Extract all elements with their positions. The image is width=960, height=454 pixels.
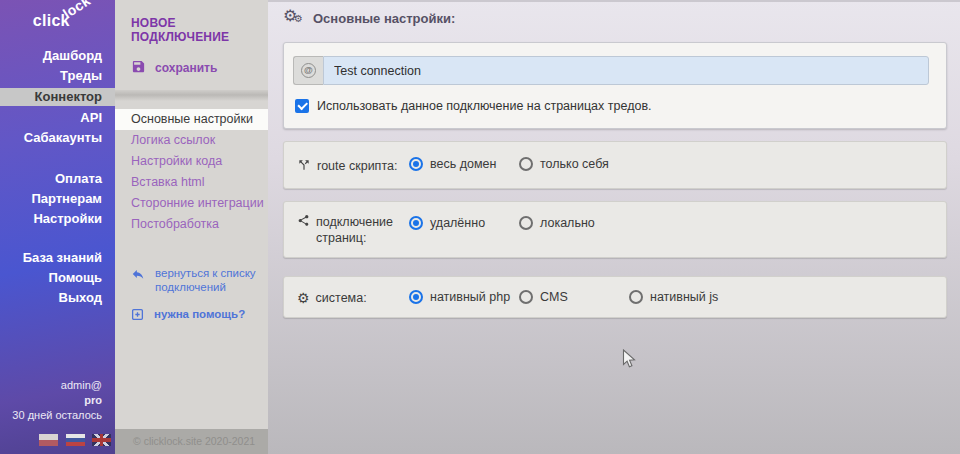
save-button-label: сохранить — [155, 61, 217, 75]
radio-remote[interactable]: удалённо — [409, 216, 485, 230]
submenu-item-integrations[interactable]: Сторонние интеграции — [115, 193, 268, 214]
top-edge-line — [268, 0, 960, 2]
route-script-label: route скрипта: — [297, 158, 405, 176]
page-title-row: ⚙ ⚙ Основные настройки: — [283, 9, 455, 27]
submenu-title: НОВОЕ ПОДКЛЮЧЕНИЕ — [115, 0, 268, 44]
page-title: Основные настройки: — [313, 11, 455, 26]
account-days-left: 30 дней осталось — [12, 408, 102, 423]
app-logo: clicklock — [33, 12, 99, 30]
radio-native-php[interactable]: нативный php — [409, 290, 510, 304]
sidebar-nav: Дашборд Треды Коннектор API Сабакаунты О… — [0, 46, 115, 308]
app-window: clicklock Дашборд Треды Коннектор API Са… — [0, 0, 960, 454]
sidebar-item-threads[interactable]: Треды — [0, 66, 115, 86]
sidebar-item-dashboard[interactable]: Дашборд — [0, 46, 115, 66]
share-icon — [297, 214, 310, 231]
sidebar-item-logout[interactable]: Выход — [0, 288, 115, 308]
account-plan: pro — [12, 393, 102, 408]
connection-name-input[interactable] — [323, 56, 929, 85]
need-help-link[interactable]: нужна помощь? — [131, 307, 257, 324]
connection-submenu: НОВОЕ ПОДКЛЮЧЕНИЕ сохранить Основные нас… — [115, 0, 268, 454]
page-connection-panel: подключение страниц: удалённо локально — [283, 201, 947, 258]
system-label: ⚙ система: — [297, 290, 405, 306]
help-plus-icon — [131, 307, 144, 324]
sidebar-item-settings[interactable]: Настройки — [0, 209, 115, 229]
connection-panel: @ Использовать данное подключение на стр… — [283, 42, 947, 129]
account-info: admin@ pro 30 дней осталось — [12, 378, 102, 423]
radio-selected-icon — [409, 157, 423, 171]
main-content: ⚙ ⚙ Основные настройки: @ Использовать д… — [268, 0, 960, 454]
sidebar-item-partners[interactable]: Партнерам — [0, 189, 115, 209]
radio-unselected-icon — [519, 290, 533, 304]
system-panel: ⚙ система: нативный php CMS нативный js — [283, 276, 947, 318]
settings-gears-icon: ⚙ ⚙ — [283, 9, 303, 27]
submenu-item-html-insert[interactable]: Вставка html — [115, 172, 268, 193]
sidebar-item-knowledge-base[interactable]: База знаний — [0, 248, 115, 268]
page-connection-label: подключение страниц: — [297, 214, 405, 246]
copyright-footer: © clicklock.site 2020-2021 — [115, 429, 268, 454]
mouse-cursor-icon — [622, 349, 637, 374]
radio-only-self[interactable]: только себя — [519, 157, 609, 171]
account-email: admin@ — [12, 378, 102, 393]
gear-icon: ⚙ — [297, 290, 310, 306]
route-script-panel: route скрипта: весь домен только себя — [283, 141, 947, 189]
at-addon: @ — [293, 56, 323, 85]
poland-flag-icon[interactable] — [39, 434, 58, 446]
sidebar-item-subaccounts[interactable]: Сабакаунты — [0, 128, 115, 148]
language-switcher — [36, 430, 111, 448]
sidebar-item-help[interactable]: Помощь — [0, 268, 115, 288]
sidebar-item-payment[interactable]: Оплата — [0, 169, 115, 189]
submenu-item-link-logic[interactable]: Логика ссылок — [115, 130, 268, 151]
call-split-icon — [297, 158, 311, 176]
sidebar-item-api[interactable]: API — [0, 108, 115, 128]
radio-native-js[interactable]: нативный js — [629, 290, 718, 304]
radio-whole-domain[interactable]: весь домен — [409, 157, 496, 171]
save-floppy-icon — [131, 59, 146, 77]
checkbox-checked-icon[interactable] — [295, 99, 309, 113]
submenu-item-basic-settings[interactable]: Основные настройки — [115, 109, 268, 130]
save-button[interactable]: сохранить — [131, 59, 268, 77]
radio-cms[interactable]: CMS — [519, 290, 568, 304]
back-link-label: вернуться к списку подключений — [155, 266, 257, 294]
radio-unselected-icon — [519, 216, 533, 230]
connection-name-group: @ — [293, 56, 929, 85]
submenu-item-postprocessing[interactable]: Постобработка — [115, 214, 268, 235]
radio-unselected-icon — [519, 157, 533, 171]
radio-selected-icon — [409, 290, 423, 304]
help-link-label: нужна помощь? — [154, 307, 245, 321]
sidebar: clicklock Дашборд Треды Коннектор API Са… — [0, 0, 115, 454]
radio-local[interactable]: локально — [519, 216, 595, 230]
submenu-links: вернуться к списку подключений нужна пом… — [115, 266, 268, 324]
radio-selected-icon — [409, 216, 423, 230]
back-arrow-icon — [131, 266, 145, 284]
submenu-item-code-settings[interactable]: Настройки кода — [115, 151, 268, 172]
sidebar-item-connector[interactable]: Коннектор — [0, 88, 115, 106]
submenu-divider — [115, 90, 268, 101]
at-icon: @ — [301, 63, 316, 78]
back-to-connections-link[interactable]: вернуться к списку подключений — [131, 266, 257, 294]
radio-unselected-icon — [629, 290, 643, 304]
uk-flag-icon[interactable] — [92, 434, 111, 446]
submenu-nav: Основные настройки Логика ссылок Настрой… — [115, 109, 268, 235]
checkbox-label: Использовать данное подключение на стран… — [317, 99, 652, 113]
russia-flag-icon[interactable] — [66, 434, 85, 446]
use-on-thread-pages-option[interactable]: Использовать данное подключение на стран… — [295, 99, 652, 113]
